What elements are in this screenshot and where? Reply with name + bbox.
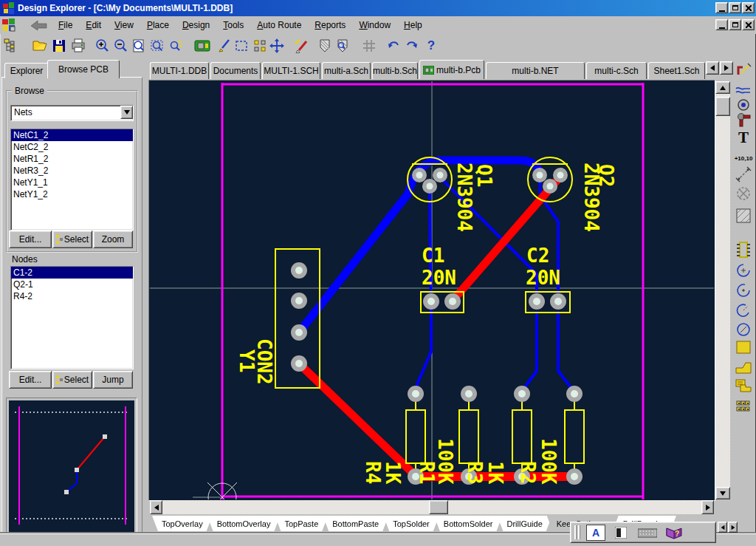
pcb-canvas[interactable]: C1 20N C2 20N Q1 2N3904 Q2 2N3904 Y1 CON…	[150, 81, 714, 499]
full-circle-icon[interactable]	[734, 321, 753, 338]
net-list-item[interactable]: NetR3_2	[11, 165, 133, 177]
interactive-route-icon[interactable]	[734, 62, 753, 80]
explorer-tree-icon[interactable]	[1, 37, 19, 55]
undo-icon[interactable]	[385, 37, 402, 55]
deselect-icon[interactable]	[251, 37, 269, 55]
save-icon[interactable]	[50, 37, 68, 55]
child-close-button[interactable]	[742, 19, 755, 30]
scroll-right-button[interactable]	[701, 500, 714, 514]
nets-list[interactable]: NetC1_2 NetC2_2 NetR1_2 NetR3_2 NetY1_1 …	[10, 129, 134, 231]
browse-mode-select[interactable]: Nets	[10, 105, 134, 121]
menu-tools[interactable]: Tools	[216, 18, 250, 32]
menu-place[interactable]: Place	[140, 18, 176, 32]
print-icon[interactable]	[69, 37, 87, 55]
doc-tab[interactable]: multi-b.Sch	[372, 62, 418, 79]
zoom-out-icon[interactable]	[111, 37, 129, 55]
h-scrollbar[interactable]	[150, 500, 714, 514]
nets-edit-button[interactable]: Edit...	[9, 231, 52, 248]
layer-tab-scroll-left-button[interactable]	[718, 522, 727, 533]
nets-select-button[interactable]: Select	[52, 231, 92, 248]
doc-tab[interactable]: multi-b.NET	[486, 62, 585, 79]
move-icon[interactable]	[268, 37, 286, 55]
keepout-icon[interactable]	[734, 185, 753, 202]
menu-auto-route[interactable]: Auto Route	[250, 18, 308, 32]
doc-tab-scroll-left-button[interactable]	[706, 61, 719, 75]
v-scroll-thumb[interactable]	[715, 97, 730, 116]
tab-explorer[interactable]: Explorer	[4, 63, 49, 78]
nets-zoom-button[interactable]: Zoom	[93, 231, 133, 248]
doc-tab[interactable]: multi-c.Sch	[586, 62, 647, 79]
child-minimize-button[interactable]	[715, 19, 728, 30]
layer-tab[interactable]: TopSolder	[383, 516, 439, 531]
layer-tab-scroll-right-button[interactable]	[728, 522, 738, 533]
net-list-item[interactable]: NetY1_2	[11, 188, 133, 200]
doc-tab-scroll-right-button[interactable]	[720, 61, 733, 75]
net-list-item[interactable]: NetR1_2	[11, 153, 133, 165]
contrast-icon[interactable]	[611, 525, 630, 541]
polygon-shield-icon[interactable]	[316, 37, 334, 55]
doc-tab[interactable]: multi-a.Sch	[322, 62, 371, 79]
board-view-icon[interactable]	[193, 37, 211, 55]
pad-icon[interactable]	[734, 111, 753, 129]
tab-browse-pcb[interactable]: Browse PCB	[47, 60, 120, 78]
array-icon[interactable]	[734, 397, 753, 415]
menu-edit[interactable]: Edit	[79, 18, 108, 32]
menu-help[interactable]: Help	[397, 18, 429, 32]
net-list-item[interactable]: NetC2_2	[11, 141, 133, 153]
node-list-item[interactable]: C1-2	[11, 267, 133, 279]
redo-icon[interactable]	[403, 37, 421, 55]
arc-center-icon[interactable]	[734, 281, 753, 299]
zoom-in-icon[interactable]	[93, 37, 111, 55]
drag-handle[interactable]	[578, 525, 580, 539]
keyboard-icon[interactable]	[636, 525, 659, 541]
net-list-item[interactable]: NetC1_2	[11, 129, 133, 141]
zoom-selection-icon[interactable]	[167, 37, 185, 55]
grid-icon[interactable]	[360, 37, 378, 55]
scroll-left-button[interactable]	[150, 500, 162, 514]
menu-reports[interactable]: Reports	[308, 18, 352, 32]
component-icon[interactable]	[734, 241, 753, 259]
open-document-icon[interactable]	[31, 37, 49, 55]
nodes-edit-button[interactable]: Edit...	[9, 371, 52, 389]
restore-button[interactable]	[729, 2, 741, 13]
dimension-icon[interactable]	[734, 165, 753, 183]
net-list-item[interactable]: NetY1_1	[11, 177, 133, 188]
doc-tab[interactable]: Sheet1.Sch	[648, 62, 705, 79]
help-icon[interactable]: ?	[422, 37, 440, 55]
arc-edge-icon[interactable]	[734, 262, 753, 279]
browse-mode-dropdown-button[interactable]	[120, 106, 133, 119]
layer-tab[interactable]: BottomPaste	[323, 516, 388, 531]
nodes-jump-button[interactable]: Jump	[93, 371, 133, 389]
menu-window[interactable]: Window	[352, 18, 397, 32]
zoom-area-icon[interactable]	[148, 37, 166, 55]
h-scroll-thumb[interactable]	[429, 500, 448, 514]
layer-tab[interactable]: TopOverlay	[152, 516, 213, 531]
magic-wand-icon[interactable]	[292, 37, 310, 55]
select-area-icon[interactable]	[233, 37, 250, 55]
v-scrollbar[interactable]	[715, 81, 730, 499]
doc-tab[interactable]: MULTI-1.DDB	[150, 62, 209, 79]
layer-tab[interactable]: BottomSolder	[434, 516, 503, 531]
fill-hatch-icon[interactable]	[734, 207, 753, 225]
layer-tab[interactable]: BottomOverlay	[207, 516, 281, 531]
scroll-down-button[interactable]	[715, 487, 730, 499]
net-preview[interactable]	[9, 400, 134, 532]
up-level-arrow-icon[interactable]	[31, 21, 47, 30]
menu-file[interactable]: File	[52, 18, 79, 32]
help-book-icon[interactable]: ?	[663, 524, 685, 542]
node-list-item[interactable]: R4-2	[11, 290, 133, 302]
child-restore-button[interactable]	[729, 19, 741, 30]
close-button[interactable]	[742, 2, 755, 13]
document-icon[interactable]	[2, 18, 16, 32]
title-bar[interactable]: Design Explorer - [C:\My Documents\MULTI…	[0, 0, 756, 16]
layer-tab[interactable]: DrillGuide	[497, 516, 551, 531]
paste-array-icon[interactable]	[734, 377, 753, 395]
coordinate-icon[interactable]: +10,10	[734, 149, 753, 167]
minimize-button[interactable]	[715, 2, 728, 13]
polygon-shield-query-icon[interactable]	[334, 37, 351, 55]
doc-tab[interactable]: MULTI-1.SCH	[262, 62, 320, 79]
nodes-select-button[interactable]: Select	[52, 371, 92, 389]
node-list-item[interactable]: Q2-1	[11, 279, 133, 290]
layer-tab[interactable]: TopPaste	[275, 516, 328, 531]
menu-design[interactable]: Design	[176, 18, 216, 32]
